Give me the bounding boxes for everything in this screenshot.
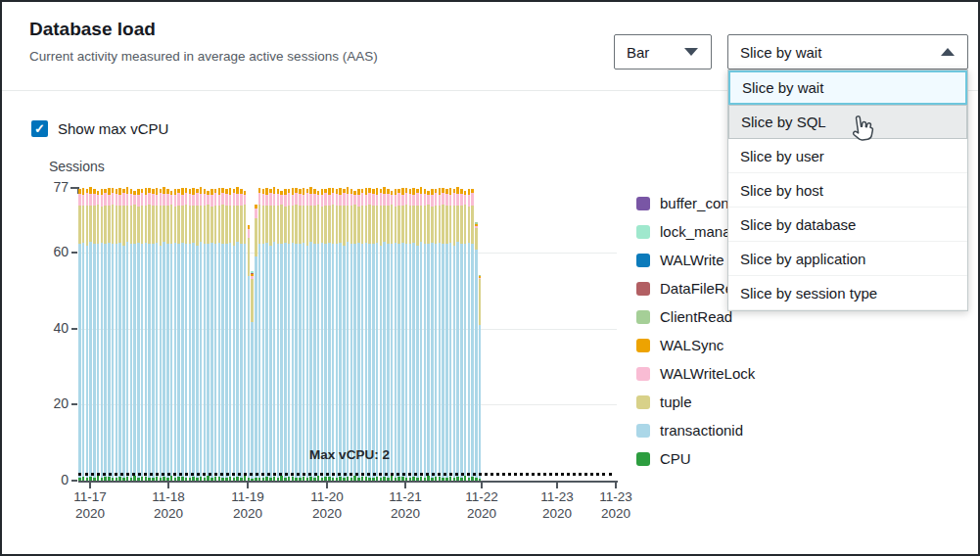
- bar[interactable]: [101, 189, 104, 481]
- bar[interactable]: [303, 188, 305, 481]
- bar[interactable]: [339, 188, 342, 481]
- bar[interactable]: [236, 187, 239, 481]
- dropdown-option-slice-by-host[interactable]: Slice by host: [728, 173, 967, 208]
- bar[interactable]: [177, 189, 180, 481]
- bar[interactable]: [456, 187, 459, 481]
- bar[interactable]: [130, 189, 133, 481]
- bar[interactable]: [471, 189, 474, 481]
- bar[interactable]: [401, 188, 404, 481]
- bar[interactable]: [265, 188, 268, 481]
- bar[interactable]: [160, 189, 163, 481]
- bar[interactable]: [343, 189, 346, 481]
- slice-by-select[interactable]: Slice by wait: [727, 34, 968, 70]
- bar[interactable]: [163, 187, 165, 481]
- bar[interactable]: [365, 188, 368, 481]
- bar[interactable]: [170, 191, 173, 481]
- bar[interactable]: [431, 189, 434, 481]
- legend-item-transactionid[interactable]: transactionid: [636, 416, 755, 444]
- legend-item-walwritelock[interactable]: WALWriteLock: [636, 359, 755, 388]
- bar[interactable]: [196, 189, 199, 481]
- bar[interactable]: [262, 189, 265, 481]
- bar[interactable]: [255, 205, 257, 481]
- bar[interactable]: [453, 189, 456, 481]
- bar[interactable]: [145, 188, 148, 481]
- bar[interactable]: [118, 188, 121, 481]
- bar[interactable]: [225, 189, 228, 481]
- bar[interactable]: [299, 189, 302, 481]
- bar[interactable]: [424, 189, 427, 481]
- bar[interactable]: [380, 189, 383, 481]
- bar[interactable]: [420, 187, 423, 481]
- bar[interactable]: [126, 187, 129, 481]
- bar[interactable]: [383, 187, 386, 481]
- bar[interactable]: [397, 189, 400, 481]
- bar[interactable]: [321, 189, 324, 481]
- bar[interactable]: [218, 188, 221, 481]
- bar[interactable]: [214, 189, 217, 481]
- bar[interactable]: [204, 189, 207, 481]
- bar[interactable]: [78, 189, 81, 481]
- bar[interactable]: [460, 189, 463, 481]
- bar[interactable]: [395, 189, 397, 481]
- bar[interactable]: [412, 188, 415, 481]
- bar[interactable]: [376, 188, 379, 481]
- dropdown-option-slice-by-wait[interactable]: Slice by wait: [728, 70, 967, 105]
- bar[interactable]: [166, 189, 169, 481]
- bar[interactable]: [332, 188, 335, 481]
- bar[interactable]: [468, 189, 471, 481]
- bar[interactable]: [189, 189, 192, 481]
- dropdown-option-slice-by-session-type[interactable]: Slice by session type: [728, 276, 967, 310]
- bar[interactable]: [156, 188, 159, 481]
- bar[interactable]: [328, 188, 331, 481]
- bar[interactable]: [306, 189, 309, 481]
- bar[interactable]: [108, 188, 111, 481]
- bar[interactable]: [137, 189, 140, 481]
- bar[interactable]: [152, 189, 155, 481]
- bar[interactable]: [357, 189, 360, 481]
- bar[interactable]: [324, 189, 327, 481]
- bar[interactable]: [475, 222, 478, 481]
- bar[interactable]: [464, 191, 467, 481]
- bar[interactable]: [387, 189, 390, 481]
- chart-type-select[interactable]: Bar: [614, 34, 712, 70]
- show-max-vcpu-checkbox[interactable]: ✓: [31, 120, 48, 137]
- bar[interactable]: [273, 187, 276, 481]
- bar[interactable]: [141, 189, 144, 481]
- bar[interactable]: [368, 188, 371, 481]
- bar[interactable]: [347, 187, 350, 481]
- bar[interactable]: [116, 189, 118, 481]
- bar[interactable]: [409, 189, 412, 481]
- bar[interactable]: [122, 189, 125, 481]
- bar[interactable]: [207, 191, 210, 481]
- legend-item-cpu[interactable]: CPU: [636, 444, 755, 473]
- bar[interactable]: [350, 189, 353, 481]
- bar[interactable]: [361, 189, 364, 481]
- bar[interactable]: [89, 187, 92, 481]
- bar[interactable]: [405, 188, 408, 481]
- bar[interactable]: [82, 188, 85, 481]
- bar[interactable]: [248, 225, 251, 481]
- bar[interactable]: [200, 187, 203, 481]
- bar[interactable]: [192, 188, 195, 481]
- bar[interactable]: [258, 188, 261, 481]
- legend-item-tuple[interactable]: tuple: [636, 388, 755, 416]
- bar[interactable]: [244, 191, 247, 481]
- show-max-vcpu-label[interactable]: Show max vCPU: [58, 120, 168, 137]
- bar[interactable]: [133, 191, 136, 481]
- bar[interactable]: [449, 188, 452, 481]
- bar[interactable]: [445, 189, 448, 481]
- bar[interactable]: [277, 189, 280, 481]
- bar[interactable]: [229, 188, 232, 481]
- bar[interactable]: [317, 191, 320, 481]
- bar[interactable]: [353, 191, 356, 481]
- bar[interactable]: [435, 189, 438, 481]
- bar[interactable]: [181, 188, 184, 481]
- bar[interactable]: [233, 189, 236, 481]
- bar[interactable]: [442, 188, 444, 481]
- dropdown-option-slice-by-database[interactable]: Slice by database: [728, 208, 967, 242]
- bar[interactable]: [148, 188, 151, 481]
- bar[interactable]: [251, 271, 254, 481]
- bar[interactable]: [174, 189, 177, 481]
- legend-item-walsync[interactable]: WALSync: [636, 331, 755, 359]
- bar[interactable]: [309, 187, 312, 481]
